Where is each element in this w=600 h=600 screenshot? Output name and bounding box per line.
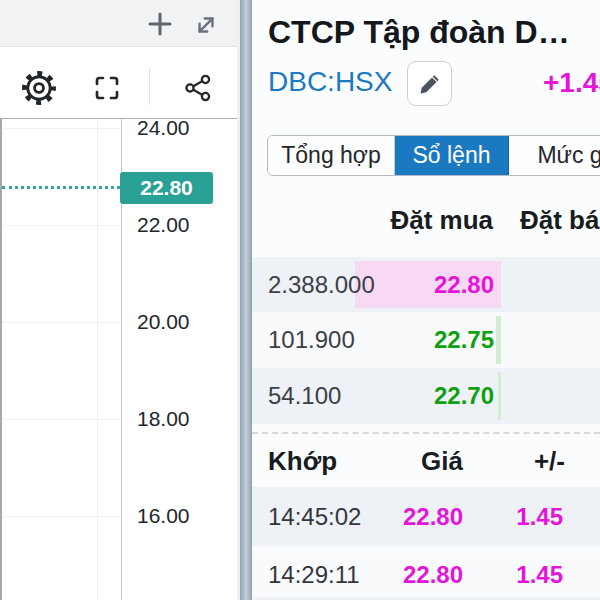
- trades-header: Giá +/- Khớp: [252, 446, 600, 478]
- bid-row[interactable]: 101.900 22.75: [252, 312, 600, 368]
- chart-plot-area[interactable]: 24.00 22.00 20.00 18.00 16.00 22.80: [0, 119, 240, 600]
- trade-row[interactable]: 14:29:11 22.80 1.45: [252, 553, 600, 597]
- expand-icon: [192, 11, 220, 39]
- symbol-exchange-label[interactable]: DBC:HSX: [268, 66, 392, 98]
- bid-row[interactable]: 54.100 22.70: [252, 368, 600, 424]
- chart-toolbar: [0, 47, 240, 119]
- bid-price: 22.70: [434, 368, 494, 424]
- trade-price: 22.80: [403, 487, 463, 546]
- gridline: [2, 516, 121, 517]
- axis-tick: 24.00: [137, 115, 217, 141]
- bid-depth-bar: [496, 316, 501, 364]
- tab-tong-hop[interactable]: Tổng hợp: [268, 136, 395, 175]
- trade-time: 14:29:11: [268, 553, 360, 597]
- pencil-icon: [417, 71, 443, 97]
- symbol-detail-panel: CTCP Tập đoàn D… DBC:HSX +1.45 Tổng hợp …: [252, 0, 600, 600]
- trade-time: 14:45:02: [268, 487, 361, 546]
- axis-tick: 20.00: [137, 309, 217, 335]
- gridline-vertical: [97, 119, 98, 600]
- chart-top-strip: [0, 0, 240, 47]
- panel-tab-bar: Tổng hợp Sổ lệnh Mức giá: [267, 135, 600, 176]
- trading-app: 24.00 22.00 20.00 18.00 16.00 22.80 CTCP…: [0, 0, 600, 600]
- gridline: [2, 419, 121, 420]
- bid-price: 22.80: [434, 257, 494, 312]
- gridline: [2, 128, 121, 129]
- toolbar-separator: [149, 67, 150, 105]
- trade-change: 1.45: [516, 553, 563, 597]
- settings-button[interactable]: [19, 68, 59, 108]
- bid-volume: 54.100: [268, 368, 341, 424]
- tab-so-lenh[interactable]: Sổ lệnh: [395, 136, 509, 175]
- order-book-header: Đặt mua Đặt bán: [252, 205, 600, 235]
- trade-change: 1.45: [516, 487, 563, 546]
- section-separator: [252, 432, 600, 434]
- sell-column-header: Đặt bán: [520, 205, 600, 236]
- bid-volume: 101.900: [268, 312, 355, 368]
- buy-column-header: Đặt mua: [252, 205, 493, 236]
- axis-tick: 18.00: [137, 406, 217, 432]
- pane-resize-divider[interactable]: [240, 0, 252, 600]
- axis-tick: 16.00: [137, 503, 217, 529]
- add-button[interactable]: [144, 8, 176, 40]
- fullscreen-button[interactable]: [89, 70, 125, 106]
- trade-price: 22.80: [403, 553, 463, 597]
- bid-volume: 2.388.000: [268, 257, 375, 312]
- share-icon: [182, 72, 214, 104]
- gear-icon: [20, 69, 58, 107]
- gridline: [2, 225, 121, 226]
- gridline: [2, 322, 121, 323]
- bid-price: 22.75: [434, 312, 494, 368]
- tab-muc-gia[interactable]: Mức giá: [509, 136, 600, 175]
- edit-symbol-button[interactable]: [407, 61, 452, 106]
- share-button[interactable]: [180, 70, 216, 106]
- chart-pane: 24.00 22.00 20.00 18.00 16.00 22.80: [0, 0, 240, 600]
- expand-button[interactable]: [191, 10, 221, 40]
- bid-depth-bar: [498, 372, 501, 420]
- change-value: +1.45: [543, 67, 600, 99]
- plus-icon: [145, 9, 175, 39]
- trade-row[interactable]: 14:45:02 22.80 1.45: [252, 487, 600, 546]
- last-price-line: [2, 186, 120, 189]
- trade-time-header: Khớp: [268, 446, 337, 477]
- last-price-badge: 22.80: [120, 172, 213, 204]
- bid-row[interactable]: 2.388.000 22.80: [252, 257, 600, 312]
- fullscreen-icon: [91, 72, 123, 104]
- company-title: CTCP Tập đoàn D…: [268, 14, 598, 51]
- axis-tick: 22.00: [137, 212, 217, 238]
